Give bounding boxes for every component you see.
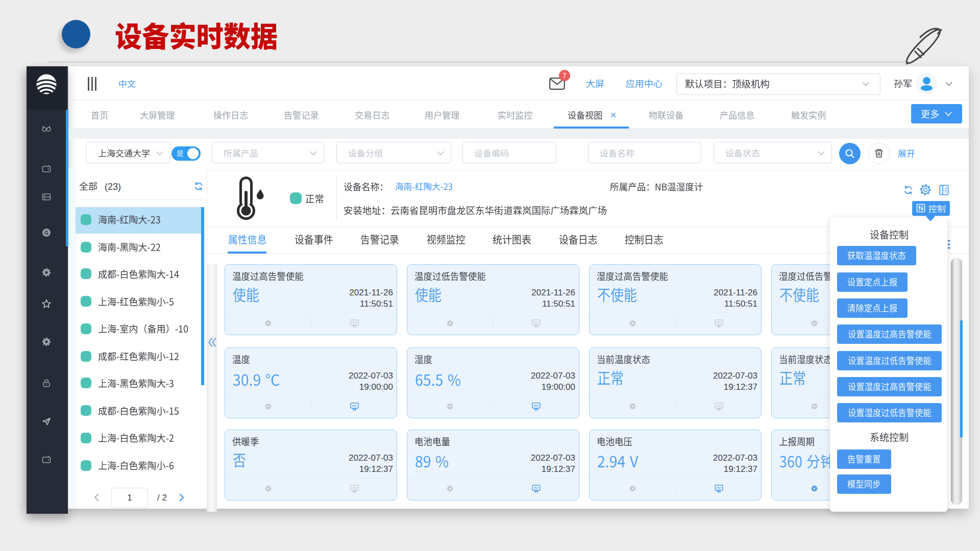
svg-text:G: G	[44, 230, 48, 236]
